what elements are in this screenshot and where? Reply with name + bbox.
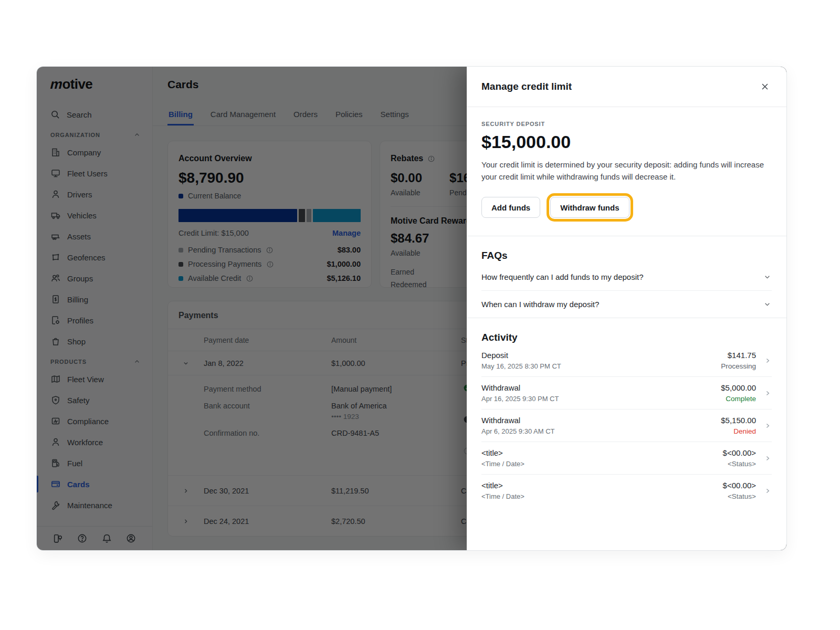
status-badge: Denied	[721, 427, 756, 435]
chevron-right-icon	[763, 487, 772, 495]
activity-row-withdrawal-denied[interactable]: Withdrawal Apr 6, 2025 9:30 AM CT $5,150…	[481, 410, 772, 442]
chevron-right-icon	[763, 422, 772, 430]
security-deposit-value: $15,000.00	[481, 132, 772, 152]
status-badge: <Status>	[723, 460, 756, 468]
withdraw-funds-button[interactable]: Withdraw funds	[550, 197, 629, 218]
chevron-right-icon	[763, 389, 772, 397]
status-badge: Processing	[721, 362, 756, 370]
close-icon[interactable]	[758, 80, 772, 93]
status-badge: <Status>	[723, 492, 756, 500]
activity-title: Activity	[481, 327, 772, 344]
activity-row-placeholder[interactable]: <title> <Time / Date> $<00.00> <Status>	[481, 475, 772, 507]
faq-item-withdraw[interactable]: When can I withdraw my deposit?	[481, 291, 772, 318]
security-deposit-section: SECURITY DEPOSIT $15,000.00 Your credit …	[467, 107, 786, 236]
faq-section: FAQs How frequently can I add funds to m…	[467, 236, 786, 318]
activity-section: Activity Deposit May 16, 2025 8:30 PM CT…	[467, 318, 786, 515]
modal-title: Manage credit limit	[481, 81, 572, 92]
faq-title: FAQs	[481, 245, 772, 264]
manage-credit-limit-panel: Manage credit limit SECURITY DEPOSIT $15…	[467, 67, 786, 550]
faq-item-add-funds[interactable]: How frequently can I add funds to my dep…	[481, 264, 772, 291]
activity-row-placeholder[interactable]: <title> <Time / Date> $<00.00> <Status>	[481, 442, 772, 475]
credit-limit-description: Your credit limit is determined by your …	[481, 159, 768, 183]
activity-row-withdrawal-complete[interactable]: Withdrawal Apr 16, 2025 9:30 PM CT $5,00…	[481, 377, 772, 410]
chevron-down-icon	[763, 272, 772, 281]
add-funds-button[interactable]: Add funds	[481, 197, 540, 218]
status-badge: Complete	[721, 395, 756, 403]
chevron-right-icon	[763, 356, 772, 365]
security-deposit-label: SECURITY DEPOSIT	[481, 121, 772, 127]
chevron-down-icon	[763, 300, 772, 309]
activity-row-deposit[interactable]: Deposit May 16, 2025 8:30 PM CT $141.75 …	[481, 344, 772, 377]
chevron-right-icon	[763, 454, 772, 463]
app-window: motive Search ORGANIZATION Company Fleet…	[37, 67, 786, 550]
